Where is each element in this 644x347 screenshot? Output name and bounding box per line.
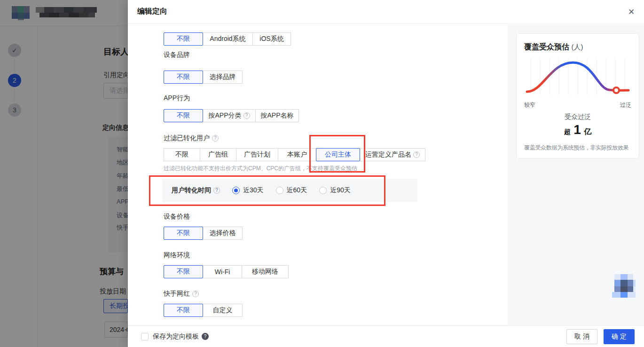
modal-body: 不限 Android系统 iOS系统 设备品牌 不限 选择品牌 APP行为 不限… bbox=[128, 24, 644, 325]
help-icon[interactable]: ? bbox=[213, 187, 220, 194]
curve-position-marker[interactable] bbox=[613, 87, 619, 93]
os-option-unlimited[interactable]: 不限 bbox=[164, 32, 203, 46]
device-brand-group: 不限 选择品牌 bbox=[164, 71, 243, 84]
help-icon[interactable]: ? bbox=[212, 135, 219, 142]
radio-30-days[interactable]: 近30天 bbox=[232, 186, 264, 195]
save-template-checkbox[interactable] bbox=[141, 333, 149, 340]
network-option-wifi[interactable]: Wi-Fi bbox=[203, 265, 242, 278]
estimate-footnote: 覆盖受众数据为系统预估，非实际投放效果 bbox=[524, 144, 631, 152]
value-number: 1 bbox=[573, 122, 582, 137]
converted-option-ad-plan[interactable]: 广告计划 bbox=[236, 148, 278, 161]
modal-title: 编辑定向 bbox=[137, 7, 167, 16]
converted-option-product[interactable]: 运营定义产品名 ? bbox=[360, 148, 425, 161]
app-behavior-label: APP行为 bbox=[164, 94, 190, 103]
kol-option-custom[interactable]: 自定义 bbox=[203, 304, 243, 317]
radio-dot bbox=[319, 187, 327, 194]
app-option-category-label: 按APP分类 bbox=[208, 111, 241, 120]
close-icon[interactable]: ✕ bbox=[625, 6, 637, 18]
value-unit: 亿 bbox=[584, 127, 591, 135]
chart-axis-labels: 较窄 过泛 bbox=[524, 101, 631, 109]
estimate-title-text: 覆盖受众预估 bbox=[524, 43, 569, 51]
conversion-time-panel: 用户转化时间 ? 近30天 近60天 近90天 bbox=[162, 179, 417, 202]
audience-estimate-card: 覆盖受众预估 (人) bbox=[516, 33, 639, 158]
app-option-category[interactable]: 按APP分类 ? bbox=[203, 109, 256, 122]
radio-30-days-label: 近30天 bbox=[243, 186, 264, 195]
help-icon[interactable]: ? bbox=[192, 291, 199, 297]
save-template-label: 保存为定向模板 bbox=[153, 332, 199, 341]
kol-group: 不限 自定义 bbox=[164, 304, 243, 317]
blurred-floating-widget[interactable] bbox=[612, 274, 636, 298]
edit-targeting-modal: 编辑定向 ✕ 不限 Android系统 iOS系统 设备品牌 不限 选择品牌 A… bbox=[128, 0, 644, 347]
brand-option-unlimited[interactable]: 不限 bbox=[164, 71, 203, 84]
device-price-label: 设备价格 bbox=[164, 213, 190, 221]
help-icon[interactable]: ? bbox=[202, 333, 209, 340]
device-price-group: 不限 选择价格 bbox=[164, 227, 243, 240]
kol-option-unlimited[interactable]: 不限 bbox=[164, 304, 203, 317]
radio-60-days[interactable]: 近60天 bbox=[276, 186, 307, 195]
help-icon[interactable]: ? bbox=[243, 112, 250, 119]
conversion-time-label-text: 用户转化时间 bbox=[172, 186, 211, 195]
value-prefix: 超 bbox=[564, 128, 571, 135]
os-option-group: 不限 Android系统 iOS系统 bbox=[164, 32, 291, 46]
app-option-name[interactable]: 按APP名称 bbox=[255, 109, 299, 122]
converted-note: 过滤已转化功能不支持出价方式为CPM、CPC的广告组，不支持覆盖受众预估 bbox=[164, 165, 357, 173]
network-option-mobile[interactable]: 移动网络 bbox=[242, 265, 289, 278]
converted-option-product-label: 运营定义产品名 bbox=[365, 150, 411, 159]
estimate-title: 覆盖受众预估 (人) bbox=[524, 42, 631, 52]
radio-90-days-label: 近90天 bbox=[330, 186, 351, 195]
audience-bell-curve-chart bbox=[524, 57, 631, 98]
network-label: 网络环境 bbox=[164, 251, 190, 260]
kol-label: 快手网红 ? bbox=[164, 290, 199, 298]
axis-label-narrow: 较窄 bbox=[524, 101, 535, 109]
radio-90-days[interactable]: 近90天 bbox=[319, 186, 351, 195]
price-option-select[interactable]: 选择价格 bbox=[203, 227, 243, 240]
modal-footer: 保存为定向模板 ? 取消 确定 bbox=[128, 325, 644, 347]
converted-option-company[interactable]: 公司主体 bbox=[316, 148, 360, 161]
filter-converted-label-text: 过滤已转化用户 bbox=[164, 134, 210, 142]
audience-status: 受众过泛 bbox=[524, 113, 631, 121]
network-group: 不限 Wi-Fi 移动网络 bbox=[164, 265, 289, 278]
kol-label-text: 快手网红 bbox=[164, 290, 190, 298]
brand-option-select[interactable]: 选择品牌 bbox=[203, 71, 243, 84]
filter-converted-label: 过滤已转化用户 ? bbox=[164, 134, 219, 142]
cancel-button[interactable]: 取消 bbox=[566, 329, 597, 344]
app-behavior-group: 不限 按APP分类 ? 按APP名称 bbox=[164, 109, 299, 122]
price-option-unlimited[interactable]: 不限 bbox=[164, 227, 203, 240]
help-icon[interactable]: ? bbox=[413, 151, 420, 158]
radio-60-days-label: 近60天 bbox=[287, 186, 307, 195]
conversion-time-label: 用户转化时间 ? bbox=[172, 186, 220, 195]
os-option-ios[interactable]: iOS系统 bbox=[252, 32, 291, 46]
converted-option-account[interactable]: 本账户 bbox=[278, 148, 316, 161]
converted-option-ad-group[interactable]: 广告组 bbox=[200, 148, 236, 161]
network-option-unlimited[interactable]: 不限 bbox=[164, 265, 203, 278]
modal-header: 编辑定向 ✕ bbox=[128, 0, 644, 24]
radio-dot bbox=[276, 187, 283, 194]
app-option-unlimited[interactable]: 不限 bbox=[164, 109, 203, 122]
converted-option-unlimited[interactable]: 不限 bbox=[164, 148, 200, 161]
filter-converted-group: 不限 广告组 广告计划 本账户 公司主体 运营定义产品名 ? bbox=[164, 148, 425, 161]
audience-value: 超 1 亿 bbox=[524, 122, 631, 137]
estimate-title-unit: (人) bbox=[571, 43, 583, 51]
axis-label-broad: 过泛 bbox=[620, 101, 631, 109]
device-brand-label: 设备品牌 bbox=[164, 51, 190, 59]
os-option-android[interactable]: Android系统 bbox=[203, 32, 253, 46]
confirm-button[interactable]: 确定 bbox=[604, 329, 635, 344]
radio-dot bbox=[232, 187, 240, 194]
